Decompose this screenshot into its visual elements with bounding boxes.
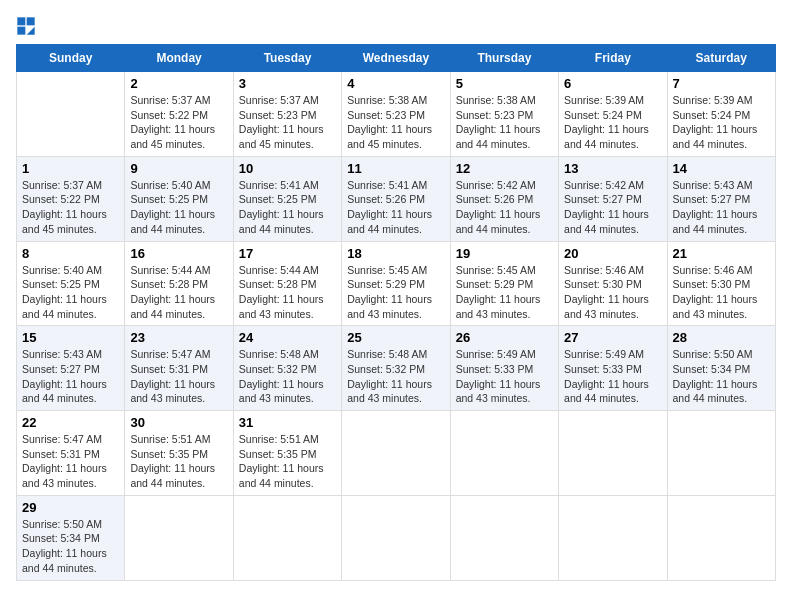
- calendar-cell: 12Sunrise: 5:42 AM Sunset: 5:26 PM Dayli…: [450, 156, 558, 241]
- day-number: 4: [347, 76, 444, 91]
- logo: [16, 16, 40, 36]
- calendar-header-row: SundayMondayTuesdayWednesdayThursdayFrid…: [17, 45, 776, 72]
- cell-info: Sunrise: 5:43 AM Sunset: 5:27 PM Dayligh…: [673, 178, 770, 237]
- calendar-cell: 10Sunrise: 5:41 AM Sunset: 5:25 PM Dayli…: [233, 156, 341, 241]
- column-header-thursday: Thursday: [450, 45, 558, 72]
- cell-info: Sunrise: 5:37 AM Sunset: 5:22 PM Dayligh…: [22, 178, 119, 237]
- cell-info: Sunrise: 5:42 AM Sunset: 5:26 PM Dayligh…: [456, 178, 553, 237]
- day-number: 14: [673, 161, 770, 176]
- cell-info: Sunrise: 5:50 AM Sunset: 5:34 PM Dayligh…: [673, 347, 770, 406]
- calendar-cell: 16Sunrise: 5:44 AM Sunset: 5:28 PM Dayli…: [125, 241, 233, 326]
- calendar-cell: 2Sunrise: 5:37 AM Sunset: 5:22 PM Daylig…: [125, 72, 233, 157]
- calendar-cell: 8Sunrise: 5:40 AM Sunset: 5:25 PM Daylig…: [17, 241, 125, 326]
- calendar-cell: 18Sunrise: 5:45 AM Sunset: 5:29 PM Dayli…: [342, 241, 450, 326]
- day-number: 27: [564, 330, 661, 345]
- column-header-tuesday: Tuesday: [233, 45, 341, 72]
- day-number: 28: [673, 330, 770, 345]
- calendar-week-row: 1Sunrise: 5:37 AM Sunset: 5:22 PM Daylig…: [17, 156, 776, 241]
- calendar-cell: 17Sunrise: 5:44 AM Sunset: 5:28 PM Dayli…: [233, 241, 341, 326]
- calendar-cell: 1Sunrise: 5:37 AM Sunset: 5:22 PM Daylig…: [17, 156, 125, 241]
- day-number: 21: [673, 246, 770, 261]
- cell-info: Sunrise: 5:37 AM Sunset: 5:23 PM Dayligh…: [239, 93, 336, 152]
- calendar-week-row: 15Sunrise: 5:43 AM Sunset: 5:27 PM Dayli…: [17, 326, 776, 411]
- calendar-cell: [450, 495, 558, 580]
- day-number: 16: [130, 246, 227, 261]
- cell-info: Sunrise: 5:50 AM Sunset: 5:34 PM Dayligh…: [22, 517, 119, 576]
- calendar-cell: 26Sunrise: 5:49 AM Sunset: 5:33 PM Dayli…: [450, 326, 558, 411]
- svg-rect-2: [17, 27, 25, 35]
- calendar-cell: [450, 411, 558, 496]
- day-number: 22: [22, 415, 119, 430]
- calendar-cell: 23Sunrise: 5:47 AM Sunset: 5:31 PM Dayli…: [125, 326, 233, 411]
- calendar-cell: 20Sunrise: 5:46 AM Sunset: 5:30 PM Dayli…: [559, 241, 667, 326]
- day-number: 6: [564, 76, 661, 91]
- calendar-cell: [342, 495, 450, 580]
- cell-info: Sunrise: 5:47 AM Sunset: 5:31 PM Dayligh…: [22, 432, 119, 491]
- column-header-monday: Monday: [125, 45, 233, 72]
- calendar-cell: 11Sunrise: 5:41 AM Sunset: 5:26 PM Dayli…: [342, 156, 450, 241]
- cell-info: Sunrise: 5:42 AM Sunset: 5:27 PM Dayligh…: [564, 178, 661, 237]
- calendar-cell: 9Sunrise: 5:40 AM Sunset: 5:25 PM Daylig…: [125, 156, 233, 241]
- day-number: 3: [239, 76, 336, 91]
- calendar-cell: 25Sunrise: 5:48 AM Sunset: 5:32 PM Dayli…: [342, 326, 450, 411]
- column-header-friday: Friday: [559, 45, 667, 72]
- day-number: 23: [130, 330, 227, 345]
- calendar-cell: 27Sunrise: 5:49 AM Sunset: 5:33 PM Dayli…: [559, 326, 667, 411]
- cell-info: Sunrise: 5:47 AM Sunset: 5:31 PM Dayligh…: [130, 347, 227, 406]
- calendar-cell: [342, 411, 450, 496]
- day-number: 15: [22, 330, 119, 345]
- calendar-cell: [559, 411, 667, 496]
- day-number: 19: [456, 246, 553, 261]
- calendar-cell: 19Sunrise: 5:45 AM Sunset: 5:29 PM Dayli…: [450, 241, 558, 326]
- calendar-cell: 7Sunrise: 5:39 AM Sunset: 5:24 PM Daylig…: [667, 72, 775, 157]
- calendar-cell: [233, 495, 341, 580]
- cell-info: Sunrise: 5:39 AM Sunset: 5:24 PM Dayligh…: [564, 93, 661, 152]
- day-number: 5: [456, 76, 553, 91]
- cell-info: Sunrise: 5:39 AM Sunset: 5:24 PM Dayligh…: [673, 93, 770, 152]
- day-number: 26: [456, 330, 553, 345]
- calendar-cell: 6Sunrise: 5:39 AM Sunset: 5:24 PM Daylig…: [559, 72, 667, 157]
- cell-info: Sunrise: 5:38 AM Sunset: 5:23 PM Dayligh…: [456, 93, 553, 152]
- cell-info: Sunrise: 5:46 AM Sunset: 5:30 PM Dayligh…: [564, 263, 661, 322]
- day-number: 1: [22, 161, 119, 176]
- svg-marker-3: [27, 27, 35, 35]
- cell-info: Sunrise: 5:48 AM Sunset: 5:32 PM Dayligh…: [239, 347, 336, 406]
- cell-info: Sunrise: 5:51 AM Sunset: 5:35 PM Dayligh…: [239, 432, 336, 491]
- calendar-week-row: 8Sunrise: 5:40 AM Sunset: 5:25 PM Daylig…: [17, 241, 776, 326]
- day-number: 8: [22, 246, 119, 261]
- day-number: 25: [347, 330, 444, 345]
- calendar-cell: 29Sunrise: 5:50 AM Sunset: 5:34 PM Dayli…: [17, 495, 125, 580]
- column-header-saturday: Saturday: [667, 45, 775, 72]
- logo-icon: [16, 16, 36, 36]
- cell-info: Sunrise: 5:40 AM Sunset: 5:25 PM Dayligh…: [130, 178, 227, 237]
- calendar-cell: [667, 495, 775, 580]
- calendar-cell: 14Sunrise: 5:43 AM Sunset: 5:27 PM Dayli…: [667, 156, 775, 241]
- calendar-cell: 13Sunrise: 5:42 AM Sunset: 5:27 PM Dayli…: [559, 156, 667, 241]
- cell-info: Sunrise: 5:41 AM Sunset: 5:25 PM Dayligh…: [239, 178, 336, 237]
- calendar-cell: 3Sunrise: 5:37 AM Sunset: 5:23 PM Daylig…: [233, 72, 341, 157]
- calendar-cell: [17, 72, 125, 157]
- day-number: 9: [130, 161, 227, 176]
- day-number: 18: [347, 246, 444, 261]
- cell-info: Sunrise: 5:44 AM Sunset: 5:28 PM Dayligh…: [239, 263, 336, 322]
- cell-info: Sunrise: 5:48 AM Sunset: 5:32 PM Dayligh…: [347, 347, 444, 406]
- cell-info: Sunrise: 5:44 AM Sunset: 5:28 PM Dayligh…: [130, 263, 227, 322]
- calendar-cell: 21Sunrise: 5:46 AM Sunset: 5:30 PM Dayli…: [667, 241, 775, 326]
- cell-info: Sunrise: 5:38 AM Sunset: 5:23 PM Dayligh…: [347, 93, 444, 152]
- cell-info: Sunrise: 5:45 AM Sunset: 5:29 PM Dayligh…: [347, 263, 444, 322]
- day-number: 17: [239, 246, 336, 261]
- svg-rect-1: [27, 17, 35, 25]
- cell-info: Sunrise: 5:45 AM Sunset: 5:29 PM Dayligh…: [456, 263, 553, 322]
- cell-info: Sunrise: 5:49 AM Sunset: 5:33 PM Dayligh…: [564, 347, 661, 406]
- cell-info: Sunrise: 5:37 AM Sunset: 5:22 PM Dayligh…: [130, 93, 227, 152]
- calendar-week-row: 22Sunrise: 5:47 AM Sunset: 5:31 PM Dayli…: [17, 411, 776, 496]
- calendar-cell: [125, 495, 233, 580]
- calendar-cell: 28Sunrise: 5:50 AM Sunset: 5:34 PM Dayli…: [667, 326, 775, 411]
- cell-info: Sunrise: 5:46 AM Sunset: 5:30 PM Dayligh…: [673, 263, 770, 322]
- cell-info: Sunrise: 5:40 AM Sunset: 5:25 PM Dayligh…: [22, 263, 119, 322]
- calendar-cell: 4Sunrise: 5:38 AM Sunset: 5:23 PM Daylig…: [342, 72, 450, 157]
- day-number: 13: [564, 161, 661, 176]
- day-number: 20: [564, 246, 661, 261]
- column-header-sunday: Sunday: [17, 45, 125, 72]
- calendar-week-row: 29Sunrise: 5:50 AM Sunset: 5:34 PM Dayli…: [17, 495, 776, 580]
